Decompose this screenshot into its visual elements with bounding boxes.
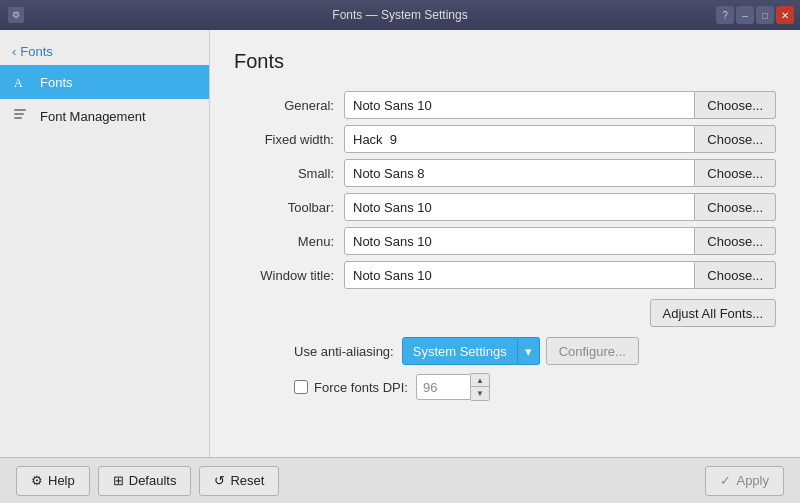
anti-alias-dropdown[interactable]: System Settings xyxy=(402,337,518,365)
sidebar-back[interactable]: ‹ Fonts xyxy=(0,38,209,65)
apply-button[interactable]: ✓ Apply xyxy=(705,466,784,496)
help-button[interactable]: ? xyxy=(716,6,734,24)
sidebar-item-fonts-label: Fonts xyxy=(40,75,73,90)
page-title: Fonts xyxy=(234,50,776,73)
defaults-icon: ⊞ xyxy=(113,473,124,488)
fonts-icon: A xyxy=(12,72,32,92)
anti-alias-label: Use anti-aliasing: xyxy=(294,344,394,359)
dpi-spinner: ▲ ▼ xyxy=(416,373,490,401)
label-general: General: xyxy=(234,98,344,113)
label-menu: Menu: xyxy=(234,234,344,249)
anti-alias-row: Use anti-aliasing: System Settings ▾ Con… xyxy=(234,337,776,365)
svg-rect-3 xyxy=(14,117,22,119)
label-window-title: Window title: xyxy=(234,268,344,283)
reset-label: Reset xyxy=(230,473,264,488)
dropdown-arrow[interactable]: ▾ xyxy=(518,337,540,365)
font-row-menu: Menu: Choose... xyxy=(234,227,776,255)
font-row-toolbar: Toolbar: Choose... xyxy=(234,193,776,221)
maximize-button[interactable]: □ xyxy=(756,6,774,24)
content-area: Fonts General: Choose... Fixed width: Ch… xyxy=(210,30,800,457)
help-bottom-label: Help xyxy=(48,473,75,488)
close-button[interactable]: ✕ xyxy=(776,6,794,24)
input-menu[interactable] xyxy=(344,227,695,255)
dpi-up-arrow[interactable]: ▲ xyxy=(471,374,489,387)
help-bottom-button[interactable]: ⚙ Help xyxy=(16,466,90,496)
choose-btn-general[interactable]: Choose... xyxy=(695,91,776,119)
adjust-row: Adjust All Fonts... xyxy=(234,299,776,327)
window-title: Fonts — System Settings xyxy=(332,8,467,22)
dpi-input[interactable] xyxy=(416,374,471,400)
back-chevron-icon: ‹ xyxy=(12,44,16,59)
svg-rect-2 xyxy=(14,113,24,115)
titlebar-controls: ? – □ ✕ xyxy=(716,6,794,24)
input-fixed-width[interactable] xyxy=(344,125,695,153)
reset-button[interactable]: ↺ Reset xyxy=(199,466,279,496)
dpi-arrows: ▲ ▼ xyxy=(471,373,490,401)
main-content: ‹ Fonts A Fonts Font Management Font xyxy=(0,30,800,457)
bottom-bar: ⚙ Help ⊞ Defaults ↺ Reset ✓ Apply xyxy=(0,457,800,503)
sidebar-back-label: Fonts xyxy=(20,44,53,59)
font-row-small: Small: Choose... xyxy=(234,159,776,187)
defaults-label: Defaults xyxy=(129,473,177,488)
reset-icon: ↺ xyxy=(214,473,225,488)
minimize-button[interactable]: – xyxy=(736,6,754,24)
app-icon: ⚙ xyxy=(8,7,24,23)
font-row-window-title: Window title: Choose... xyxy=(234,261,776,289)
help-icon: ⚙ xyxy=(31,473,43,488)
configure-button[interactable]: Configure... xyxy=(546,337,639,365)
titlebar-left: ⚙ xyxy=(8,7,24,23)
force-dpi-text: Force fonts DPI: xyxy=(314,380,408,395)
defaults-button[interactable]: ⊞ Defaults xyxy=(98,466,192,496)
anti-alias-value: System Settings xyxy=(413,344,507,359)
sidebar-item-font-management-label: Font Management xyxy=(40,109,146,124)
font-row-fixed-width: Fixed width: Choose... xyxy=(234,125,776,153)
label-small: Small: xyxy=(234,166,344,181)
force-dpi-row: Force fonts DPI: ▲ ▼ xyxy=(234,373,776,401)
sidebar-item-font-management[interactable]: Font Management xyxy=(0,99,209,133)
svg-rect-1 xyxy=(14,109,26,111)
input-window-title[interactable] xyxy=(344,261,695,289)
apply-label: Apply xyxy=(736,473,769,488)
apply-icon: ✓ xyxy=(720,473,731,488)
svg-text:A: A xyxy=(14,76,23,90)
sidebar-item-fonts[interactable]: A Fonts xyxy=(0,65,209,99)
choose-btn-small[interactable]: Choose... xyxy=(695,159,776,187)
input-small[interactable] xyxy=(344,159,695,187)
sidebar: ‹ Fonts A Fonts Font Management xyxy=(0,30,210,457)
label-toolbar: Toolbar: xyxy=(234,200,344,215)
adjust-all-fonts-button[interactable]: Adjust All Fonts... xyxy=(650,299,776,327)
force-dpi-label[interactable]: Force fonts DPI: xyxy=(294,380,408,395)
dpi-down-arrow[interactable]: ▼ xyxy=(471,387,489,400)
force-dpi-checkbox[interactable] xyxy=(294,380,308,394)
choose-btn-window-title[interactable]: Choose... xyxy=(695,261,776,289)
font-management-icon xyxy=(12,106,32,126)
label-fixed-width: Fixed width: xyxy=(234,132,344,147)
font-rows: General: Choose... Fixed width: Choose..… xyxy=(234,91,776,295)
input-toolbar[interactable] xyxy=(344,193,695,221)
titlebar: ⚙ Fonts — System Settings ? – □ ✕ xyxy=(0,0,800,30)
input-general[interactable] xyxy=(344,91,695,119)
choose-btn-menu[interactable]: Choose... xyxy=(695,227,776,255)
choose-btn-fixed-width[interactable]: Choose... xyxy=(695,125,776,153)
choose-btn-toolbar[interactable]: Choose... xyxy=(695,193,776,221)
font-row-general: General: Choose... xyxy=(234,91,776,119)
